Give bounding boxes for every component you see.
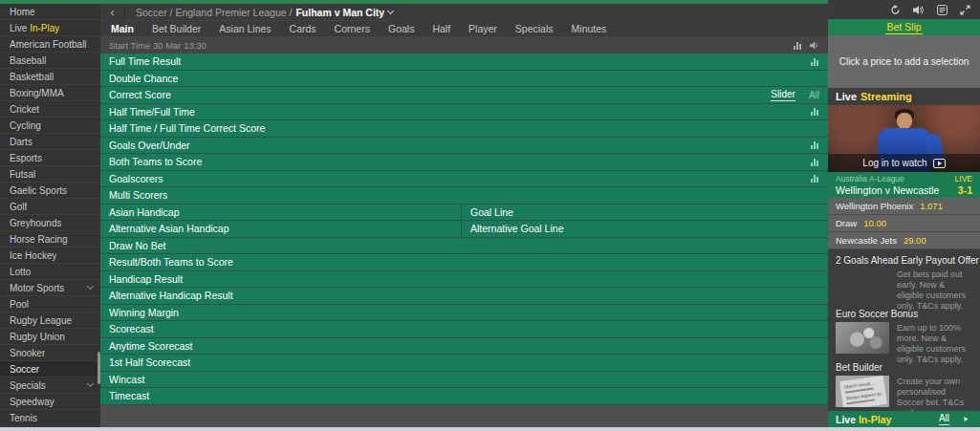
sidebar-item-motor-sports[interactable]: Motor Sports	[0, 280, 100, 296]
market-alternative-handicap-result[interactable]: Alternative Handicap Result	[100, 288, 828, 305]
market-scorecast[interactable]: Scorecast	[100, 321, 828, 338]
sidebar-item-home[interactable]: Home	[0, 4, 100, 20]
stats-icon[interactable]	[811, 107, 819, 116]
breadcrumb[interactable]: Soccer / England Premier League / Fulham…	[136, 7, 393, 18]
sidebar-item-darts[interactable]: Darts	[0, 134, 100, 150]
tab-player[interactable]: Player	[468, 23, 497, 34]
tab-specials[interactable]: Specials	[515, 23, 554, 34]
tab-asian-lines[interactable]: Asian Lines	[219, 23, 271, 34]
all-toggle[interactable]: All	[809, 90, 819, 100]
sidebar-item-horse-racing[interactable]: Horse Racing	[0, 231, 100, 248]
tab-half[interactable]: Half	[432, 23, 450, 34]
stream-match-panel[interactable]: Australia A-League LIVE Wellington v New…	[828, 172, 980, 198]
market-label: 1st Half Scorecast	[109, 356, 190, 368]
start-time-bar: Start Time 30 Mar 13:30	[100, 36, 828, 54]
tab-bet-builder[interactable]: Bet Builder	[152, 23, 201, 34]
breadcrumb-current[interactable]: Fulham v Man City	[295, 7, 384, 18]
play-icon[interactable]	[959, 414, 972, 424]
market-handicap-result[interactable]: Handicap Result	[100, 271, 828, 289]
sidebar-item-baseball[interactable]: Baseball	[0, 53, 100, 69]
odds-row-draw[interactable]: Draw10.00	[828, 215, 980, 232]
tab-cards[interactable]: Cards	[290, 23, 316, 34]
sidebar-item-gaelic-sports[interactable]: Gaelic Sports	[0, 183, 100, 199]
sidebar-item-tennis[interactable]: Tennis	[0, 410, 100, 426]
market-goalscorers[interactable]: Goalscorers	[100, 171, 828, 188]
tab-minutes[interactable]: Minutes	[572, 23, 607, 34]
market-asian-handicap[interactable]: Asian Handicap	[100, 205, 461, 221]
offer-thumbnail-image[interactable]: Match result...Sergio Aguero to...	[836, 376, 889, 407]
sidebar-item-greyhounds[interactable]: Greyhounds	[0, 215, 100, 231]
market-label: Result/Both Teams to Score	[109, 256, 233, 268]
market-multi-scorers[interactable]: Multi Scorers	[100, 187, 828, 205]
market-full-time-result[interactable]: Full Time Result	[100, 54, 828, 71]
sidebar-item-snooker[interactable]: Snooker	[0, 345, 100, 361]
market-alternative-goal-line[interactable]: Alternative Goal Line	[461, 221, 828, 237]
live-inplay-all-link[interactable]: All	[939, 413, 949, 425]
play-icon	[933, 159, 946, 168]
bet-slip-tab[interactable]: Bet Slip	[885, 21, 922, 34]
sports-sidebar: HomeLive In-PlayAmerican FootballBasebal…	[0, 4, 100, 431]
sidebar-item-cricket[interactable]: Cricket	[0, 101, 100, 118]
market-1st-half-scorecast[interactable]: 1st Half Scorecast	[100, 355, 828, 372]
stats-icon[interactable]	[811, 57, 819, 66]
sidebar-item-american-football[interactable]: American Football	[0, 36, 100, 53]
market-alternative-asian-handicap[interactable]: Alternative Asian Handicap	[100, 221, 461, 237]
sidebar-item-lotto[interactable]: Lotto	[0, 264, 100, 280]
sidebar-item-rugby-union[interactable]: Rugby Union	[0, 329, 100, 345]
slider-toggle[interactable]: Slider	[771, 89, 795, 101]
stats-icon[interactable]	[794, 41, 802, 50]
market-label: Goals Over/Under	[109, 140, 190, 151]
offer-title[interactable]: 2 Goals Ahead Early Payout Offer	[828, 249, 980, 267]
market-double-chance[interactable]: Double Chance	[100, 71, 828, 88]
odds-row-wellington-phoenix[interactable]: Wellington Phoenix1.071	[828, 198, 980, 215]
window-icon-bar	[828, 0, 980, 19]
sidebar-item-futsal[interactable]: Futsal	[0, 166, 100, 183]
sidebar-item-soccer[interactable]: Soccer	[0, 361, 100, 377]
stats-icon[interactable]	[811, 140, 819, 149]
offer-thumbnail-image[interactable]	[836, 322, 889, 354]
sidebar-item-label: Speedway	[10, 397, 54, 407]
audio-icon[interactable]	[810, 41, 819, 50]
sidebar-item-label: Home	[10, 7, 35, 17]
market-wincast[interactable]: Wincast	[100, 372, 828, 389]
tab-main[interactable]: Main	[111, 23, 134, 34]
sidebar-item-ice-hockey[interactable]: Ice Hockey	[0, 248, 100, 264]
audio-icon[interactable]	[913, 5, 925, 15]
back-button[interactable]: ‹	[100, 4, 125, 20]
market-half-time-full-time[interactable]: Half Time/Full Time	[100, 104, 828, 121]
market-half-time-full-time-correct-score[interactable]: Half Time / Full Time Correct Score	[100, 120, 828, 138]
market-goals-over-under[interactable]: Goals Over/Under	[100, 138, 828, 155]
sidebar-item-pool[interactable]: Pool	[0, 296, 100, 312]
market-anytime-scorecast[interactable]: Anytime Scorecast	[100, 338, 828, 356]
login-to-watch-button[interactable]: Log in to watch	[828, 154, 980, 172]
stats-icon[interactable]	[811, 158, 819, 166]
sidebar-item-label: Lotto	[10, 267, 31, 277]
sidebar-item-golf[interactable]: Golf	[0, 199, 100, 215]
league-name: Australia A-League	[836, 174, 904, 183]
market-both-teams-to-score[interactable]: Both Teams to Score	[100, 154, 828, 171]
sidebar-item-live[interactable]: Live In-Play	[0, 20, 100, 36]
sidebar-item-esports[interactable]: Esports	[0, 150, 100, 166]
market-correct-score[interactable]: Correct ScoreSliderAll	[100, 87, 828, 104]
sidebar-item-specials[interactable]: Specials	[0, 377, 100, 394]
tab-goals[interactable]: Goals	[388, 23, 414, 34]
offer-thumbnail-image[interactable]	[836, 269, 889, 300]
sidebar-item-basketball[interactable]: Basketball	[0, 69, 100, 85]
stream-preview-image[interactable]: Log in to watch	[828, 105, 980, 172]
odds-row-newcastle-jets[interactable]: Newcastle Jets29.00	[828, 232, 980, 249]
betslip-icon[interactable]	[937, 5, 947, 15]
market-goal-line[interactable]: Goal Line	[461, 205, 828, 221]
sidebar-item-boxing-mma[interactable]: Boxing/MMA	[0, 85, 100, 101]
market-winning-margin[interactable]: Winning Margin	[100, 305, 828, 322]
expand-icon[interactable]	[960, 5, 970, 15]
refresh-icon[interactable]	[890, 5, 901, 15]
market-timecast[interactable]: Timecast	[100, 388, 828, 405]
market-row-right	[811, 57, 819, 66]
sidebar-item-speedway[interactable]: Speedway	[0, 394, 100, 410]
stats-icon[interactable]	[811, 174, 819, 183]
market-result-both-teams-to-score[interactable]: Result/Both Teams to Score	[100, 254, 828, 271]
market-draw-no-bet[interactable]: Draw No Bet	[100, 238, 828, 255]
tab-corners[interactable]: Corners	[335, 23, 370, 34]
sidebar-item-rugby-league[interactable]: Rugby League	[0, 312, 100, 329]
sidebar-item-cycling[interactable]: Cycling	[0, 118, 100, 134]
